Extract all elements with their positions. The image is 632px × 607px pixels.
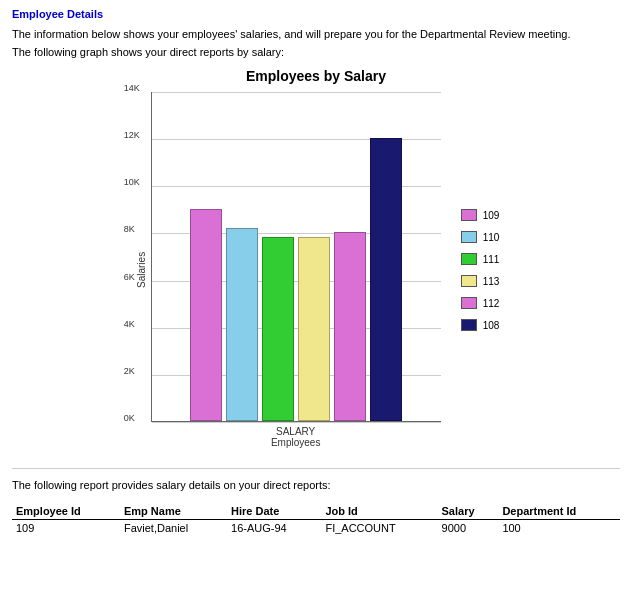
legend-color-box — [461, 209, 477, 221]
legend-item: 110 — [461, 231, 500, 243]
intro-text: The information below shows your employe… — [12, 28, 620, 40]
y-tick-label: 4K — [124, 319, 135, 329]
y-tick-label: 14K — [124, 83, 140, 93]
table-row: 109Faviet,Daniel16-AUG-94FI_ACCOUNT90001… — [12, 520, 620, 537]
col-header-emp-name: Emp Name — [120, 503, 227, 520]
col-header-dept-id: Department Id — [498, 503, 620, 520]
legend-item: 112 — [461, 297, 500, 309]
x-label-area: SALARY Employees — [151, 426, 441, 448]
legend-item: 108 — [461, 319, 500, 331]
chart-legend: 109110111113112108 — [461, 92, 500, 448]
chart-grid: 0K2K4K6K8K10K12K14K — [151, 92, 441, 422]
y-tick-label: 6K — [124, 272, 135, 282]
grid-line: 0K — [152, 422, 441, 423]
col-header-job-id: Job Id — [321, 503, 437, 520]
legend-label: 113 — [483, 276, 500, 287]
chart-bar — [298, 237, 330, 421]
report-desc-text: The following report provides salary det… — [12, 479, 620, 491]
chart-bar — [226, 228, 258, 421]
y-tick-label: 12K — [124, 130, 140, 140]
y-tick-label: 2K — [124, 366, 135, 376]
chart-bar — [334, 232, 366, 421]
legend-item: 111 — [461, 253, 500, 265]
chart-bar — [190, 209, 222, 421]
legend-item: 113 — [461, 275, 500, 287]
legend-label: 109 — [483, 210, 500, 221]
chart-title: Employees by Salary — [246, 68, 386, 84]
y-axis-label: Salaries — [133, 92, 149, 448]
legend-label: 111 — [483, 254, 500, 265]
legend-color-box — [461, 275, 477, 287]
report-table: Employee Id Emp Name Hire Date Job Id Sa… — [12, 503, 620, 536]
y-tick-label: 0K — [124, 413, 135, 423]
x-axis-salary-label: SALARY — [276, 426, 315, 437]
y-tick-label: 8K — [124, 224, 135, 234]
legend-color-box — [461, 297, 477, 309]
chart-section: Employees by Salary Salaries 0K2K4K6K8K1… — [12, 68, 620, 448]
legend-label: 108 — [483, 320, 500, 331]
table-cell: Faviet,Daniel — [120, 520, 227, 537]
legend-color-box — [461, 231, 477, 243]
chart-container: Salaries 0K2K4K6K8K10K12K14K SALARY Empl… — [133, 92, 500, 448]
x-axis-group-label: Employees — [271, 437, 320, 448]
table-cell: 100 — [498, 520, 620, 537]
chart-area: 0K2K4K6K8K10K12K14K SALARY Employees — [151, 92, 441, 448]
legend-item: 109 — [461, 209, 500, 221]
legend-label: 112 — [483, 298, 500, 309]
table-cell: 9000 — [438, 520, 499, 537]
table-cell: FI_ACCOUNT — [321, 520, 437, 537]
y-tick-label: 10K — [124, 177, 140, 187]
legend-color-box — [461, 253, 477, 265]
table-header-row: Employee Id Emp Name Hire Date Job Id Sa… — [12, 503, 620, 520]
legend-label: 110 — [483, 232, 500, 243]
section-divider — [12, 468, 620, 469]
table-cell: 16-AUG-94 — [227, 520, 321, 537]
chart-desc-text: The following graph shows your direct re… — [12, 46, 620, 58]
legend-color-box — [461, 319, 477, 331]
page-title: Employee Details — [12, 8, 620, 20]
col-header-emp-id: Employee Id — [12, 503, 120, 520]
chart-bar — [370, 138, 402, 421]
col-header-hire-date: Hire Date — [227, 503, 321, 520]
report-section: The following report provides salary det… — [12, 479, 620, 536]
table-cell: 109 — [12, 520, 120, 537]
col-header-salary: Salary — [438, 503, 499, 520]
chart-bar — [262, 237, 294, 421]
bars-container — [162, 92, 431, 421]
